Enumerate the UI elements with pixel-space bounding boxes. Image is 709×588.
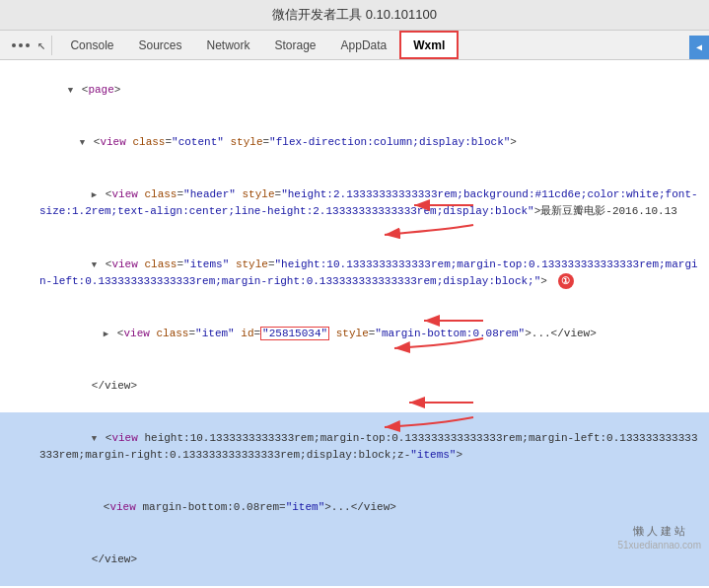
xml-line-item-1[interactable]: ▶ <view class="item" id="25815034" style…	[0, 308, 709, 360]
tab-appdata[interactable]: AppData	[329, 31, 400, 59]
xml-line[interactable]: ▼ <page>	[0, 64, 709, 116]
xml-panel[interactable]: ▼ <page> ▼ <view class="cotent" style="f…	[0, 60, 709, 588]
tab-console[interactable]: Console	[58, 31, 126, 59]
watermark: 懒 人 建 站 51xuediannao.com	[617, 524, 701, 552]
xml-line-items-1[interactable]: ▼ <view class="items" style="height:10.1…	[0, 238, 709, 307]
xml-line-item-2a[interactable]: <view margin-bottom:0.08rem="item">...</…	[0, 481, 709, 534]
xml-line[interactable]: ▶ <view class="header" style="height:2.1…	[0, 169, 709, 238]
title-bar: 微信开发者工具 0.10.101100	[0, 0, 709, 31]
xml-line[interactable]: ▼ <view class="cotent" style="flex-direc…	[0, 116, 709, 169]
tab-network[interactable]: Network	[195, 31, 263, 59]
app-title: 微信开发者工具 0.10.101100	[272, 7, 437, 22]
devtools-menu[interactable]	[4, 43, 37, 47]
xml-line[interactable]: </view>	[0, 360, 709, 412]
xml-panel-wrapper: ▼ <page> ▼ <view class="cotent" style="f…	[0, 60, 709, 588]
corner-button[interactable]: ◀	[689, 36, 709, 59]
tab-sources[interactable]: Sources	[126, 31, 194, 59]
tab-wxml[interactable]: Wxml	[399, 31, 459, 59]
tab-storage[interactable]: Storage	[263, 31, 329, 59]
tab-bar: ↖ Console Sources Network Storage AppDat…	[0, 31, 709, 60]
annotation-circle-1: ①	[558, 273, 574, 289]
xml-line-close-2[interactable]: </view>	[0, 534, 709, 586]
cursor-icon: ↖	[37, 37, 45, 53]
xml-line-items-2-header[interactable]: ▼ <view height:10.1333333333333rem;margi…	[0, 412, 709, 481]
